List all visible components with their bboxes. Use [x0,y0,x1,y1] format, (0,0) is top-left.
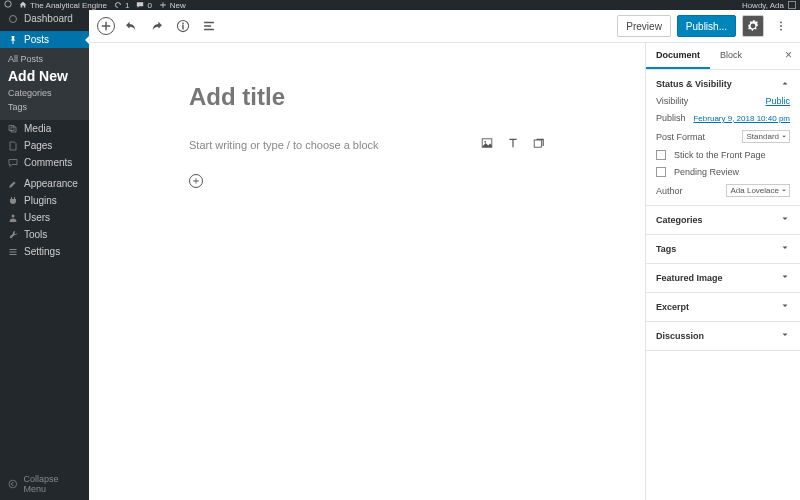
more-menu[interactable] [770,15,792,37]
preview-button[interactable]: Preview [617,15,671,37]
submenu-add-new[interactable]: Add New [0,66,89,86]
post-title-input[interactable] [189,83,545,111]
sidebar-item-comments[interactable]: Comments [0,154,89,171]
svg-point-3 [9,480,17,488]
pin-icon [8,35,18,45]
chevron-down-icon [780,301,790,313]
panel-status-toggle[interactable]: Status & Visibility [656,78,790,90]
pending-checkbox[interactable]: Pending Review [656,167,790,177]
gallery-block-icon[interactable] [533,137,545,152]
sliders-icon [8,247,18,257]
sidebar-label: Comments [24,157,72,168]
sidebar-item-posts[interactable]: Posts [0,31,89,48]
page-icon [8,141,18,151]
post-body-input[interactable] [189,139,481,151]
submenu-categories[interactable]: Categories [0,86,89,100]
chevron-down-icon [780,243,790,255]
brush-icon [8,179,18,189]
admin-sidebar: Dashboard Posts All Posts Add New Catego… [0,10,89,500]
editor-frame: Preview Publish... D [89,10,800,500]
sidebar-item-dashboard[interactable]: Dashboard [0,10,89,27]
block-shortcut-icons [481,137,545,152]
svg-point-0 [5,1,11,7]
add-block-inline[interactable] [189,174,203,188]
panel-title: Discussion [656,331,704,341]
info-icon [176,19,190,33]
info-button[interactable] [173,16,193,36]
image-block-icon[interactable] [481,137,493,152]
sidebar-item-pages[interactable]: Pages [0,137,89,154]
tab-block[interactable]: Block [710,43,752,69]
redo-button[interactable] [147,16,167,36]
avatar-icon[interactable] [788,1,796,9]
tab-document[interactable]: Document [646,43,710,69]
media-icon [8,124,18,134]
new-link[interactable]: New [159,1,186,10]
sidebar-label: Appearance [24,178,78,189]
site-link[interactable]: The Analytical Engine [19,1,107,10]
comment-icon [136,1,144,9]
howdy-text[interactable]: Howdy, Ada [742,1,784,10]
post-format-select[interactable]: Standard [742,130,790,143]
outline-button[interactable] [199,16,219,36]
refresh-icon [114,1,122,9]
sidebar-label: Plugins [24,195,57,206]
undo-button[interactable] [121,16,141,36]
add-block-button[interactable] [97,17,115,35]
kebab-icon [775,20,787,32]
sidebar-item-media[interactable]: Media [0,120,89,137]
sidebar-item-tools[interactable]: Tools [0,226,89,243]
comments-link[interactable]: 0 [136,1,151,10]
sidebar-item-plugins[interactable]: Plugins [0,192,89,209]
svg-rect-10 [534,140,541,147]
panel-featured-toggle[interactable]: Featured Image [656,272,790,284]
panel-title: Tags [656,244,676,254]
panel-discussion-toggle[interactable]: Discussion [656,330,790,342]
sidebar-label: Media [24,123,51,134]
post-format-label: Post Format [656,132,705,142]
updates-link[interactable]: 1 [114,1,129,10]
author-select[interactable]: Ada Lovelace [726,184,790,197]
comments-icon [8,158,18,168]
visibility-label: Visibility [656,96,688,106]
admin-bar: The Analytical Engine 1 0 New Howdy, Ada [0,0,800,10]
home-icon [19,1,27,9]
sidebar-item-appearance[interactable]: Appearance [0,175,89,192]
settings-toggle[interactable] [742,15,764,37]
panel-tags: Tags [646,235,800,264]
sidebar-item-settings[interactable]: Settings [0,243,89,260]
gear-icon [747,20,759,32]
publish-date-label: Publish [656,113,686,123]
checkbox-icon [656,167,666,177]
panel-tags-toggle[interactable]: Tags [656,243,790,255]
publish-button[interactable]: Publish... [677,15,736,37]
svg-point-5 [780,22,782,24]
publish-date-value[interactable]: February 9, 2018 10:40 pm [693,114,790,123]
chevron-down-icon [780,330,790,342]
submenu-tags[interactable]: Tags [0,100,89,114]
visibility-value[interactable]: Public [765,96,790,106]
sidebar-label: Posts [24,34,49,45]
panel-excerpt-toggle[interactable]: Excerpt [656,301,790,313]
redo-icon [150,19,164,33]
sidebar-tabs: Document Block × [646,43,800,70]
heading-block-icon[interactable] [507,137,519,152]
sidebar-item-users[interactable]: Users [0,209,89,226]
list-icon [202,19,216,33]
stick-checkbox[interactable]: Stick to the Front Page [656,150,790,160]
collapse-label: Collapse Menu [24,474,81,494]
sidebar-label: Users [24,212,50,223]
panel-categories-toggle[interactable]: Categories [656,214,790,226]
collapse-menu[interactable]: Collapse Menu [0,468,89,500]
chevron-up-icon [780,78,790,90]
editor-canvas[interactable] [89,43,645,500]
plus-icon [192,177,200,185]
sidebar-submenu-posts: All Posts Add New Categories Tags [0,48,89,120]
wp-logo-icon[interactable] [4,0,12,10]
submenu-all-posts[interactable]: All Posts [0,52,89,66]
panel-title: Featured Image [656,273,723,283]
checkbox-label: Stick to the Front Page [674,150,766,160]
close-sidebar[interactable]: × [777,43,800,69]
plus-icon [159,1,167,9]
chevron-down-icon [780,272,790,284]
